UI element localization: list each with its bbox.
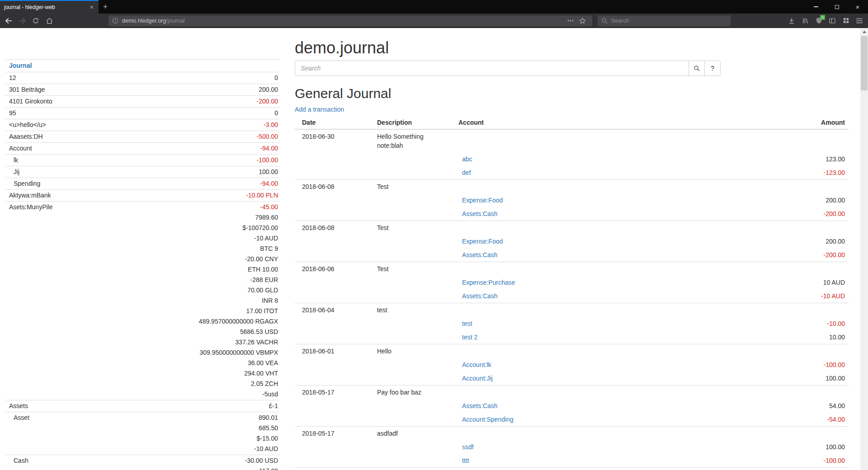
add-transaction-link[interactable]: Add a transaction xyxy=(295,106,344,113)
minimize-icon xyxy=(814,6,818,7)
sidebar-account-row: 301 Beiträge200.00 xyxy=(5,84,280,95)
sidebar-account-link[interactable]: Aktywa:mBank xyxy=(9,190,51,201)
transaction-date: 2018-05-17 xyxy=(295,427,373,441)
scrollbar-up-button[interactable] xyxy=(860,28,868,36)
sidebar-account-link[interactable]: lk xyxy=(14,155,18,165)
transaction-description: Pay foo bar baz xyxy=(373,385,455,400)
sidebar-account-link[interactable]: Cash xyxy=(14,456,28,466)
sidebar-account-link[interactable]: 301 Beiträge xyxy=(9,85,45,95)
search-input[interactable] xyxy=(295,61,689,76)
transaction-description: Test xyxy=(373,468,455,470)
search-form: ? xyxy=(295,61,849,76)
transaction-date: 2018-06-08 xyxy=(295,221,373,235)
window-close-button[interactable]: × xyxy=(847,0,868,14)
downloads-button[interactable] xyxy=(785,15,798,27)
sidebar-account-link[interactable]: Aaasets:DH xyxy=(9,132,43,142)
transaction-row: 2018-06-30Hello Something note:blah xyxy=(295,129,849,152)
posting-row: Expense:Purchase10 AUD xyxy=(295,276,849,289)
sidebar-balance-amount: -3.00 xyxy=(264,120,278,130)
window-maximize-button[interactable] xyxy=(826,0,847,14)
sidebar-account-link[interactable]: Jij xyxy=(14,167,19,177)
sidebar-balance-amount: BTC 9 xyxy=(199,244,278,254)
journal-table-body: 2018-06-30Hello Something note:blahabc12… xyxy=(295,129,849,470)
sidebars-button[interactable] xyxy=(826,15,839,27)
search-button[interactable] xyxy=(689,61,705,76)
search-help-button[interactable]: ? xyxy=(704,61,721,76)
close-icon: × xyxy=(856,4,860,10)
sidebar-account-link[interactable]: <u>hello</u> xyxy=(9,120,46,130)
posting-account-link[interactable]: tttt xyxy=(462,457,469,464)
posting-account-link[interactable]: test 2 xyxy=(462,334,477,341)
posting-account-link[interactable]: Assets:Cash xyxy=(462,292,498,300)
sidebar-account-link[interactable]: 95 xyxy=(9,108,16,118)
apps-grid-button[interactable] xyxy=(840,15,852,27)
sidebar-account-row: lk-100.00 xyxy=(5,154,280,166)
posting-account-link[interactable]: Assets:Cash xyxy=(462,251,498,258)
sidebar-balance-amount: 7989.60 xyxy=(199,212,278,223)
posting-account-link[interactable]: def xyxy=(462,169,471,176)
url-text[interactable]: demo.hledger.org/journal xyxy=(122,18,184,24)
tab-close-icon[interactable]: × xyxy=(89,4,94,10)
journal-link[interactable]: Journal xyxy=(9,62,32,69)
sidebar-balance-amount: -100.00 xyxy=(257,155,278,165)
sidebar-account-link[interactable]: Spending xyxy=(14,179,40,189)
sidebar-account-row: 4101 Girokonto-200.00 xyxy=(5,95,280,107)
posting-amount: -200.00 xyxy=(749,248,849,262)
scrollbar-thumb[interactable] xyxy=(861,36,868,90)
sidebar-account-row: Asset890.01685.50$-15.00-10 AUD xyxy=(5,412,280,455)
sidebar-account-link[interactable]: 12 xyxy=(9,73,16,83)
library-button[interactable] xyxy=(799,15,811,27)
posting-row: abc123.00 xyxy=(295,152,849,166)
posting-account-link[interactable]: Account:Spending xyxy=(462,416,514,423)
window-minimize-button[interactable] xyxy=(806,0,826,14)
sidebar-account-link[interactable]: Assets xyxy=(9,401,28,411)
posting-amount: 10 AUD xyxy=(749,276,849,289)
transaction-row: 2018-06-01Hello xyxy=(295,344,849,358)
sidebar-account-link[interactable]: Account xyxy=(9,143,32,154)
adblock-extension-button[interactable]: 0 xyxy=(812,15,825,27)
sidebar-balance-amount: 0 xyxy=(274,73,278,83)
posting-account-link[interactable]: abc xyxy=(462,155,472,163)
posting-account-link[interactable]: Expense:Food xyxy=(462,238,503,245)
sidebar-account-row: Spending-94.00 xyxy=(5,178,280,189)
bookmark-star-button[interactable] xyxy=(576,18,589,24)
back-button[interactable] xyxy=(2,15,15,27)
sidebar-account-row: 120 xyxy=(5,72,280,84)
menu-button[interactable] xyxy=(853,15,866,27)
browser-nav-bar: demo.hledger.org/journal Search 0 xyxy=(0,14,868,28)
sidebar-account-link[interactable]: 4101 Girokonto xyxy=(9,96,52,107)
posting-amount: 100.00 xyxy=(749,371,849,385)
posting-account-link[interactable]: test xyxy=(462,320,472,327)
posting-account-link[interactable]: Assets:Cash xyxy=(462,210,498,217)
sidebar-balance-amount: 17.00 ITOT xyxy=(199,306,278,316)
site-info-icon[interactable] xyxy=(112,18,118,24)
sidebar-balance-amount: -10 AUD xyxy=(254,444,278,454)
page-scrollbar[interactable] xyxy=(860,28,868,470)
sidebar-balance-amount: -10.00 PLN xyxy=(246,190,278,201)
posting-row: Assets:Cash54.00 xyxy=(295,399,849,413)
url-bar[interactable]: demo.hledger.org/journal xyxy=(108,15,592,26)
sidebar-account-link[interactable]: Asets:MunyPile xyxy=(9,202,52,212)
browser-search-bar[interactable]: Search xyxy=(598,15,731,26)
page-actions-button[interactable] xyxy=(565,20,576,22)
sidebar-account-row: Asets:MunyPile-45.007989.60$-100720.00-1… xyxy=(5,201,280,400)
forward-button[interactable] xyxy=(16,15,28,27)
posting-account-link[interactable]: ssdf xyxy=(462,443,474,451)
sidebar-balance-amount: -288 EUR xyxy=(199,275,278,285)
posting-row: test 210.00 xyxy=(295,330,849,344)
new-tab-button[interactable]: + xyxy=(99,0,112,14)
posting-account-link[interactable]: Expense:Purchase xyxy=(462,279,515,286)
reload-button[interactable] xyxy=(29,15,42,27)
sidebar-account-link[interactable]: Asset xyxy=(14,413,29,423)
transaction-row: 2018-05-17Pay foo bar baz xyxy=(295,385,849,400)
search-icon xyxy=(693,65,700,71)
posting-account-link[interactable]: Account:Jij xyxy=(462,375,493,382)
posting-account-link[interactable]: Expense:Food xyxy=(462,197,503,204)
browser-tab[interactable]: journal - hledger-web × xyxy=(0,0,99,14)
posting-account-link[interactable]: Assets:Cash xyxy=(462,402,498,409)
sidebar-balance-amount: 5686.53 USD xyxy=(199,327,278,337)
home-button[interactable] xyxy=(43,15,56,27)
search-icon xyxy=(601,18,608,24)
posting-account-link[interactable]: Account:lk xyxy=(462,361,491,368)
sidebar-balance-amount: 337.26 VACHR xyxy=(199,337,278,348)
